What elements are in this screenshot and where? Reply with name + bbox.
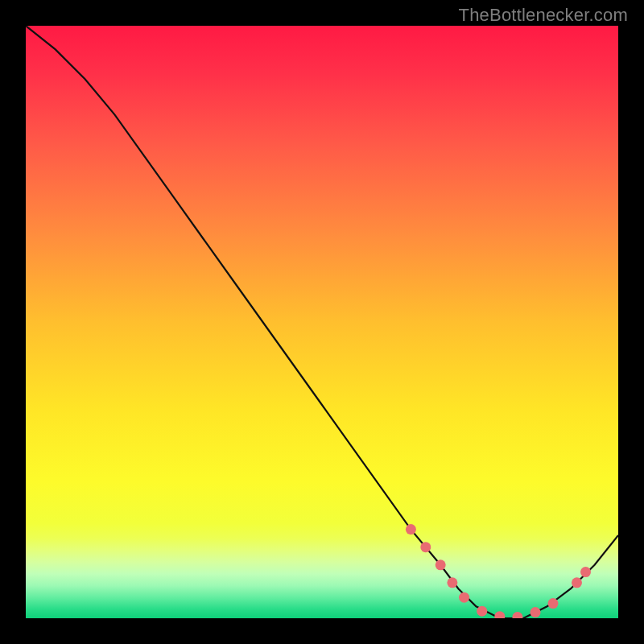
curve-marker (406, 524, 416, 535)
chart-frame: TheBottlenecker.com (0, 0, 644, 644)
curve-marker (477, 606, 487, 617)
watermark-label: TheBottlenecker.com (459, 5, 628, 26)
curve-marker (548, 598, 559, 609)
curve-marker (572, 577, 582, 588)
curve-marker (420, 542, 431, 552)
plot-area (26, 26, 618, 618)
chart-svg (26, 26, 618, 618)
curve-marker (436, 559, 446, 570)
curve-marker (459, 592, 469, 603)
curve-marker (580, 567, 591, 577)
curve-marker (530, 607, 541, 617)
curve-marker (447, 577, 457, 588)
